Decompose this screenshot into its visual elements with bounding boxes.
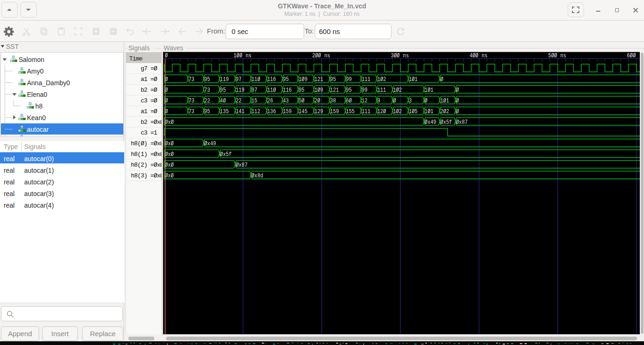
svg-text:Ø: Ø (456, 108, 459, 115)
svg-text:12Ø: 12Ø (378, 108, 386, 115)
svg-text:Øx87: Øx87 (236, 162, 247, 169)
svg-text:4Ø: 4Ø (220, 97, 226, 104)
svg-text:9: 9 (378, 97, 380, 104)
svg-text:1Ø1: 1Ø1 (440, 97, 449, 104)
svg-text:116: 116 (283, 87, 292, 94)
svg-text:111: 111 (378, 87, 386, 94)
svg-text:95: 95 (283, 76, 289, 83)
svg-text:95: 95 (346, 87, 352, 94)
svg-text:Ø: Ø (165, 52, 168, 59)
svg-text:155: 155 (346, 108, 355, 115)
svg-text:Øx5f: Øx5f (220, 151, 232, 158)
svg-text:Øx87: Øx87 (456, 119, 468, 126)
svg-text:1Ø5: 1Ø5 (409, 108, 418, 115)
svg-text:99: 99 (362, 87, 368, 94)
svg-text:121: 121 (330, 87, 339, 94)
svg-text:112: 112 (252, 108, 260, 115)
svg-text:ØxØ: ØxØ (165, 119, 174, 126)
svg-text:73: 73 (204, 87, 210, 94)
svg-text:5Ø: 5Ø (299, 97, 305, 104)
svg-text:159: 159 (283, 108, 292, 115)
svg-text:1Ø1: 1Ø1 (425, 108, 433, 115)
svg-text:145: 145 (299, 108, 307, 115)
svg-text:1Ø2: 1Ø2 (393, 108, 402, 115)
svg-text:15: 15 (252, 97, 258, 104)
svg-text:22: 22 (204, 97, 210, 104)
svg-text:159: 159 (330, 108, 339, 115)
svg-text:Ø: Ø (425, 97, 427, 104)
svg-text:6Ø: 6Ø (346, 97, 352, 104)
svg-text:Ø: Ø (393, 97, 396, 104)
svg-text:Øx49: Øx49 (425, 119, 436, 126)
svg-text:11Ø: 11Ø (252, 76, 260, 83)
svg-text:129: 129 (314, 108, 323, 115)
svg-text:1Ø2: 1Ø2 (393, 87, 402, 94)
svg-text:3: 3 (409, 97, 412, 104)
svg-text:22: 22 (236, 97, 242, 104)
svg-text:ns: ns (324, 52, 330, 59)
svg-text:97: 97 (236, 76, 242, 83)
svg-text:95: 95 (220, 87, 226, 94)
svg-text:1Ø9: 1Ø9 (299, 76, 307, 83)
svg-text:ØxØ: ØxØ (165, 172, 174, 179)
svg-text:Ø: Ø (440, 76, 443, 83)
svg-text:99: 99 (346, 76, 352, 83)
svg-text:97: 97 (252, 87, 258, 94)
svg-text:95: 95 (330, 76, 336, 83)
svg-text:119: 119 (236, 87, 245, 94)
svg-text:5ØØ: 5ØØ (548, 52, 557, 59)
svg-text:ØxØ: ØxØ (165, 162, 174, 169)
svg-text:135: 135 (220, 108, 229, 115)
svg-text:Ø: Ø (456, 87, 459, 94)
svg-text:1Ø1: 1Ø1 (409, 76, 418, 83)
svg-text:ns: ns (246, 52, 252, 59)
svg-text:136: 136 (267, 108, 276, 115)
svg-text:95: 95 (299, 87, 305, 94)
svg-text:111: 111 (362, 76, 371, 83)
svg-text:43: 43 (283, 97, 289, 104)
svg-text:2Ø: 2Ø (314, 97, 320, 104)
svg-text:3ØØ: 3ØØ (391, 52, 400, 59)
svg-text:1Ø1: 1Ø1 (425, 87, 433, 94)
svg-text:73: 73 (189, 97, 195, 104)
svg-text:2Ø2: 2Ø2 (440, 108, 449, 115)
svg-text:1Ø2: 1Ø2 (378, 76, 386, 83)
svg-text:ØxØ: ØxØ (165, 151, 174, 158)
svg-text:141: 141 (236, 108, 245, 115)
svg-text:119: 119 (220, 76, 229, 83)
svg-text:111: 111 (362, 108, 371, 115)
svg-text:1Ø9: 1Ø9 (314, 87, 323, 94)
svg-text:121: 121 (314, 76, 323, 83)
svg-text:Ø: Ø (456, 97, 459, 104)
svg-text:4ØØ: 4ØØ (470, 52, 478, 59)
svg-text:73: 73 (189, 108, 195, 115)
svg-text:95: 95 (204, 108, 210, 115)
svg-text:12: 12 (362, 97, 368, 104)
svg-text:Øx8d: Øx8d (252, 172, 263, 179)
svg-text:26: 26 (267, 97, 273, 104)
svg-text:6ØØ: 6ØØ (627, 52, 636, 59)
svg-text:95: 95 (204, 76, 210, 83)
svg-text:73: 73 (189, 76, 195, 83)
svg-text:ns: ns (482, 52, 488, 59)
svg-text:ns: ns (560, 52, 566, 59)
svg-text:Øx49: Øx49 (204, 140, 216, 147)
svg-text:11Ø: 11Ø (267, 87, 276, 94)
svg-text:1ØØ: 1ØØ (233, 52, 242, 59)
svg-text:Øx5f: Øx5f (440, 119, 452, 126)
svg-text:2ØØ: 2ØØ (312, 52, 321, 59)
svg-text:ns: ns (403, 52, 409, 59)
svg-text:116: 116 (267, 76, 276, 83)
svg-text:ØxØ: ØxØ (165, 140, 174, 147)
svg-text:38: 38 (330, 97, 336, 104)
